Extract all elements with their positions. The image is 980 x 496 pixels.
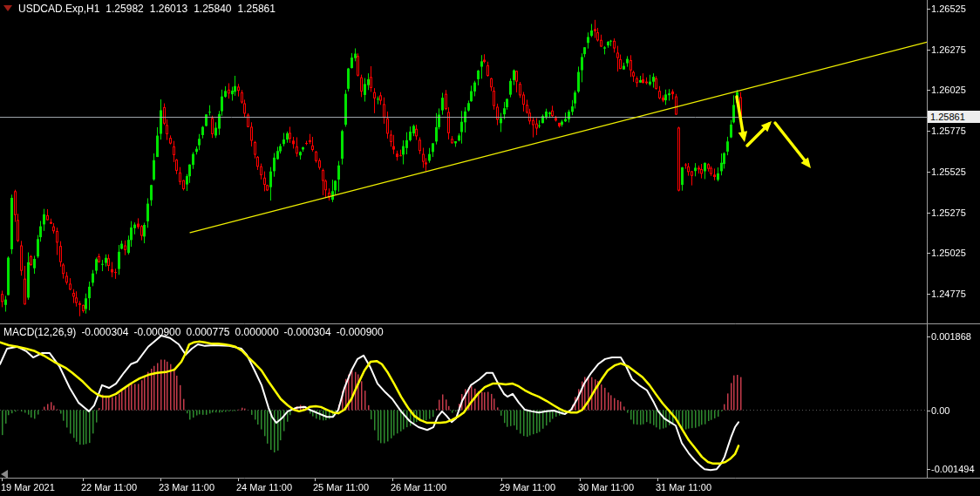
ohlc-high: 1.26013 — [150, 3, 187, 15]
ohlc-close: 1.25861 — [238, 3, 276, 15]
macd-value: 0.000000 — [235, 326, 279, 338]
time-label: 26 Mar 11:00 — [391, 482, 446, 493]
price-tick-label: 1.25775 — [931, 126, 966, 137]
macd-tick-label: 0.001868 — [931, 331, 971, 343]
history-start-marker-icon — [1, 470, 8, 479]
price-tick-label: 1.26525 — [931, 3, 966, 15]
symbol-header: USDCAD.Exp,H11.259821.260131.258401.2586… — [3, 3, 276, 15]
ohlc-open: 1.25982 — [105, 3, 143, 15]
current-price-label: 1.25861 — [928, 111, 980, 123]
time-label: 29 Mar 11:00 — [500, 482, 555, 493]
time-label: 23 Mar 11:00 — [159, 482, 214, 493]
chart-window: USDCAD.Exp,H11.259821.260131.258401.2586… — [0, 0, 980, 496]
price-tick-label: 1.25525 — [931, 166, 966, 178]
macd-tick-label: 0.00 — [931, 405, 949, 417]
macd-tick-label: -0.001494 — [931, 464, 975, 475]
time-label: 25 Mar 11:00 — [313, 482, 369, 493]
price-tick-label: 1.25025 — [931, 248, 966, 259]
macd-header: MACD(12,26,9)-0.000304-0.0009000.0007750… — [3, 326, 384, 338]
time-label: 31 Mar 11:00 — [656, 482, 711, 493]
price-tick-label: 1.26275 — [931, 44, 966, 56]
price-tick-label: 1.25275 — [931, 207, 966, 219]
chart-plot-area[interactable] — [0, 0, 980, 496]
time-label: 24 Mar 11:00 — [236, 482, 292, 493]
symbol-title: USDCAD.Exp,H1 — [18, 3, 99, 15]
price-tick-label: 1.26025 — [931, 85, 966, 96]
ohlc-low: 1.25840 — [194, 3, 231, 15]
macd-title: MACD(12,26,9) — [3, 326, 76, 338]
time-axis[interactable]: 19 Mar 202122 Mar 11:0023 Mar 11:0024 Ma… — [0, 479, 980, 496]
macd-value: -0.000900 — [133, 326, 180, 338]
macd-value: -0.000304 — [81, 326, 128, 338]
macd-value: 0.000775 — [186, 326, 229, 338]
price-tick-label: 1.24775 — [931, 289, 966, 300]
macd-value: -0.000304 — [284, 326, 331, 338]
symbol-marker-icon — [3, 5, 12, 11]
time-label: 19 Mar 2021 — [1, 482, 55, 493]
macd-value: -0.000900 — [337, 326, 384, 338]
time-label: 30 Mar 11:00 — [578, 482, 634, 493]
time-label: 22 Mar 11:00 — [81, 482, 137, 493]
